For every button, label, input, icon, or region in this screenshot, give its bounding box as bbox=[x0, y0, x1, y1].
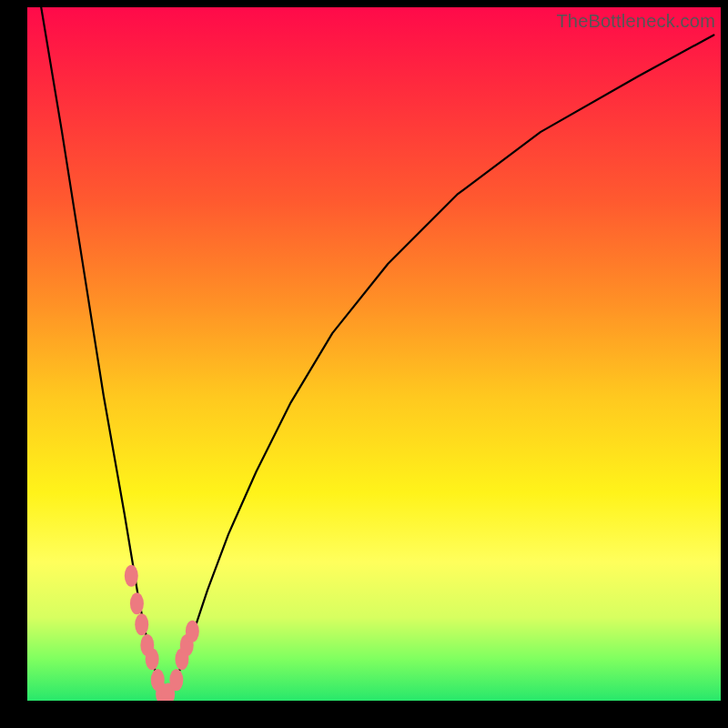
highlight-marker bbox=[135, 613, 148, 635]
plot-area: TheBottleneck.com bbox=[27, 7, 721, 701]
bottleneck-curve bbox=[41, 7, 713, 693]
highlight-marker bbox=[146, 648, 159, 670]
highlight-marker bbox=[169, 669, 183, 691]
highlight-marker bbox=[130, 592, 144, 614]
highlight-marker bbox=[125, 565, 138, 587]
highlight-marker bbox=[186, 621, 199, 642]
bottleneck-curve-svg bbox=[27, 7, 721, 701]
chart-frame: TheBottleneck.com bbox=[0, 0, 728, 728]
